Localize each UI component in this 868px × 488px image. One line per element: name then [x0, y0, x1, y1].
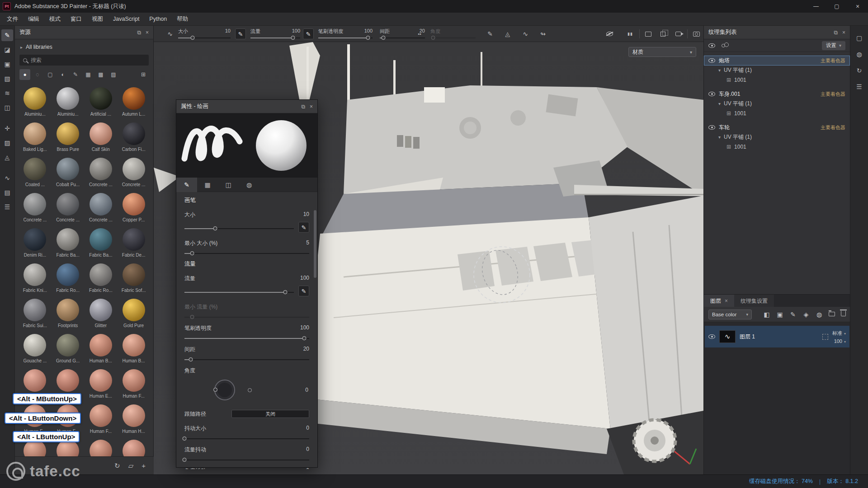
material-item[interactable]: Coated ... — [19, 158, 52, 193]
material-item[interactable]: Fabric Ro... — [85, 263, 118, 299]
menu-item-6[interactable]: Python — [144, 13, 172, 25]
add-folder-icon[interactable] — [829, 311, 835, 318]
material-item[interactable]: Concrete ... — [52, 193, 85, 228]
viewport-3d-icon[interactable] — [657, 28, 668, 39]
material-item[interactable]: Glitter — [85, 299, 118, 334]
filter-filters-icon[interactable]: ▨ — [108, 69, 119, 80]
uv-tile-row[interactable]: ▾ UV 平铺 (1) — [704, 66, 850, 75]
import-resources-icon[interactable]: ▱ — [128, 462, 134, 470]
uv-tile-row[interactable]: ▾ UV 平铺 (1) — [704, 132, 850, 142]
maximize-button[interactable]: ▢ — [826, 0, 847, 13]
quick-mask-tool[interactable]: ▨ — [1, 137, 13, 149]
blend-mode-dropdown[interactable]: 标准▾ — [832, 330, 846, 337]
uv-tile-row[interactable]: ▾ UV 平铺 (1) — [704, 99, 850, 108]
layer-opacity-dropdown[interactable]: 100▾ — [834, 338, 846, 344]
asset-search[interactable] — [19, 55, 149, 66]
material-item[interactable]: Concrete ... — [117, 158, 150, 193]
angle-dial[interactable] — [214, 380, 235, 400]
angle-dial-handle[interactable] — [248, 388, 252, 392]
material-item[interactable]: Denim Ri... — [19, 228, 52, 263]
material-item[interactable]: Fabric Ro... — [52, 263, 85, 299]
udim-row[interactable]: ⊞ 1001 — [704, 75, 850, 84]
menu-item-4[interactable]: 视图 — [87, 13, 108, 25]
menu-item-2[interactable]: 模式 — [44, 13, 66, 25]
close-panel-icon[interactable]: × — [310, 103, 313, 110]
material-item[interactable]: Human B... — [85, 334, 118, 369]
search-input[interactable] — [31, 57, 130, 63]
grid-view-icon[interactable]: ⊞ — [138, 69, 149, 80]
material-item[interactable]: Gouache ... — [19, 334, 52, 369]
visibility-eye-icon[interactable] — [708, 58, 715, 63]
pause-engine-icon[interactable]: ▮▮ — [625, 28, 636, 39]
udim-row[interactable]: ⊞ 1001 — [704, 108, 850, 118]
material-picker-tool[interactable]: ✛ — [1, 122, 13, 134]
library-selector[interactable]: ▸ All libraries — [15, 39, 153, 55]
brush-flow-slider[interactable]: 流量100 — [250, 28, 300, 38]
visibility-eye-icon[interactable] — [708, 92, 715, 96]
visibility-eye-icon[interactable] — [708, 125, 715, 130]
shader-settings-icon[interactable]: ◍ — [854, 48, 865, 60]
eraser-tool[interactable]: ◪ — [1, 44, 13, 56]
effects-tool[interactable]: ☰ — [1, 201, 13, 213]
menu-item-0[interactable]: 文件 — [2, 13, 23, 25]
material-item[interactable]: Baked Lig... — [19, 122, 52, 158]
add-fill-layer-icon[interactable]: ◈ — [802, 311, 810, 318]
smudge-tool[interactable]: ≋ — [1, 87, 13, 99]
menu-item-7[interactable]: 帮助 — [172, 13, 193, 25]
material-item[interactable]: Fabric Ba... — [52, 228, 85, 263]
filter-alphas-icon[interactable]: ▢ — [45, 69, 56, 80]
material-item[interactable]: Artificial ... — [85, 87, 118, 122]
material-item[interactable]: Concrete ... — [85, 193, 118, 228]
material-item[interactable]: Human E... — [85, 369, 118, 404]
material-item[interactable]: Concrete ... — [19, 193, 52, 228]
material-item[interactable]: Aluminiu... — [19, 87, 52, 122]
minimize-button[interactable]: — — [806, 0, 826, 13]
layer-row[interactable]: ∿ 图层 1 标准▾ 100▾ — [705, 326, 849, 347]
material-item[interactable]: Aluminiu... — [52, 87, 85, 122]
texture-set-row[interactable]: 炮塔 主要着色器 — [704, 56, 850, 66]
flow-pressure-button[interactable]: ✎ — [303, 28, 314, 39]
alignment-icon[interactable]: ✎ — [485, 28, 495, 39]
material-item[interactable]: Brass Pure — [52, 122, 85, 158]
path-tool[interactable]: ∿ — [1, 172, 13, 184]
visibility-all-icon[interactable] — [708, 43, 715, 48]
udim-row[interactable]: ⊞ 1001 — [704, 142, 850, 151]
spacing-slider[interactable] — [176, 357, 317, 360]
dock-panel-icon[interactable]: ⧉ — [834, 29, 838, 36]
add-paint-layer-icon[interactable]: ✎ — [789, 311, 797, 318]
material-item[interactable]: Fabric Ba... — [85, 228, 118, 263]
log-icon[interactable]: ☰ — [854, 81, 865, 93]
material-item[interactable] — [117, 440, 150, 456]
close-button[interactable]: × — [847, 0, 868, 13]
texture-set-row[interactable]: 车身.001 主要着色器 — [704, 89, 850, 99]
filter-smart-materials-icon[interactable]: ◐ — [57, 69, 68, 80]
size-pressure-button[interactable]: ✎ — [235, 28, 246, 39]
refresh-icon[interactable]: ↻ — [114, 462, 120, 470]
layer-visibility-icon[interactable] — [708, 334, 715, 339]
material-item[interactable]: Calf Skin — [85, 122, 118, 158]
display-settings-icon[interactable]: ▢ — [854, 32, 865, 44]
symmetry-tool[interactable]: ◬ — [1, 151, 13, 163]
viewport-2d-icon[interactable] — [643, 28, 654, 39]
material-item[interactable]: Human H... — [117, 404, 150, 440]
follow-path-button[interactable]: 关闭 — [231, 410, 309, 418]
material-item[interactable]: Human F... — [85, 404, 118, 440]
add-mask-icon[interactable]: ◧ — [763, 311, 770, 318]
clone-tool[interactable]: ◫ — [1, 102, 13, 113]
close-panel-icon[interactable]: × — [146, 29, 149, 36]
close-panel-icon[interactable]: × — [842, 29, 845, 36]
min-size-slider[interactable] — [176, 250, 317, 254]
paint-tool[interactable]: ✎ — [1, 29, 13, 41]
brush-size-slider[interactable]: 大小10 — [178, 28, 231, 38]
menu-item-3[interactable]: 窗口 — [66, 13, 87, 25]
material-item[interactable]: Cobalt Pu... — [52, 158, 85, 193]
material-item[interactable]: Carbon Fi... — [117, 122, 150, 158]
flow-slider[interactable]: ✎ — [176, 286, 317, 296]
opacity-slider[interactable] — [176, 335, 317, 339]
filter-textures-icon[interactable]: ▦ — [83, 69, 94, 80]
material-item[interactable]: Fabric De... — [117, 228, 150, 263]
tab-layers[interactable]: 图层 × — [704, 295, 734, 307]
menu-item-5[interactable]: JavaScript — [108, 13, 144, 25]
tab-material[interactable]: ◍ — [239, 178, 259, 192]
symmetry-icon[interactable]: ◬ — [502, 28, 513, 39]
